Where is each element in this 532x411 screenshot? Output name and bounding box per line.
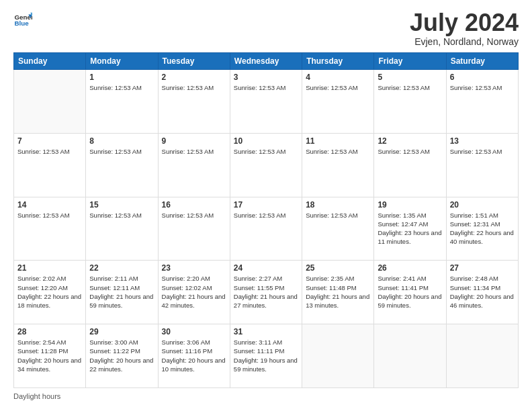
day-info: Sunrise: 2:54 AM Sunset: 11:28 PM Daylig… (17, 338, 82, 373)
day-number: 3 (234, 73, 298, 82)
table-row: 4Sunrise: 12:53 AM (302, 70, 374, 134)
day-info: Sunrise: 12:53 AM (378, 83, 442, 92)
day-number: 1 (89, 73, 154, 82)
day-info: Sunrise: 12:53 AM (162, 83, 226, 92)
day-number: 18 (306, 200, 370, 210)
day-number: 4 (306, 73, 370, 82)
header-saturday: Saturday (446, 53, 518, 70)
table-row: 6Sunrise: 12:53 AM (446, 70, 518, 134)
day-info: Sunrise: 12:53 AM (306, 147, 370, 156)
day-number: 15 (89, 200, 154, 210)
table-row: 13Sunrise: 12:53 AM (446, 133, 518, 197)
day-number: 8 (89, 136, 154, 146)
table-row: 21Sunrise: 2:02 AM Sunset: 12:20 AM Dayl… (14, 261, 86, 324)
table-row (446, 324, 518, 388)
day-number: 10 (234, 136, 298, 146)
day-number: 5 (378, 73, 442, 82)
day-info: Sunrise: 12:53 AM (89, 147, 154, 156)
day-info: Sunrise: 12:53 AM (17, 147, 82, 156)
day-number: 25 (306, 263, 370, 273)
table-row: 24Sunrise: 2:27 AM Sunset: 11:55 PM Dayl… (230, 261, 302, 324)
day-info: Sunrise: 12:53 AM (89, 83, 154, 92)
header-friday: Friday (374, 53, 446, 70)
table-row (14, 70, 86, 134)
week-row-5: 28Sunrise: 2:54 AM Sunset: 11:28 PM Dayl… (14, 324, 519, 388)
day-info: Sunrise: 12:53 AM (234, 83, 298, 92)
table-row: 31Sunrise: 3:11 AM Sunset: 11:11 PM Dayl… (230, 324, 302, 388)
day-number: 14 (17, 200, 82, 210)
header-wednesday: Wednesday (230, 53, 302, 70)
day-info: Sunrise: 12:53 AM (234, 211, 298, 220)
table-row (374, 324, 446, 388)
day-info: Sunrise: 2:11 AM Sunset: 12:11 AM Daylig… (89, 274, 154, 310)
table-row: 1Sunrise: 12:53 AM (86, 70, 158, 134)
table-row: 30Sunrise: 3:06 AM Sunset: 11:16 PM Dayl… (158, 324, 230, 388)
day-number: 27 (450, 263, 515, 273)
header-sunday: Sunday (14, 53, 86, 70)
table-row: 29Sunrise: 3:00 AM Sunset: 11:22 PM Dayl… (86, 324, 158, 388)
table-row: 7Sunrise: 12:53 AM (14, 133, 86, 197)
day-number: 26 (378, 263, 442, 273)
svg-text:Blue: Blue (14, 19, 29, 27)
day-info: Sunrise: 12:53 AM (162, 147, 226, 156)
day-number: 21 (17, 263, 82, 273)
day-number: 24 (234, 263, 298, 273)
table-row: 20Sunrise: 1:51 AM Sunset: 12:31 AM Dayl… (446, 197, 518, 261)
month-title: July 2024 (410, 11, 519, 35)
day-number: 31 (234, 327, 298, 336)
footer-text: Daylight hours (13, 392, 60, 400)
day-info: Sunrise: 12:53 AM (17, 211, 82, 220)
week-row-4: 21Sunrise: 2:02 AM Sunset: 12:20 AM Dayl… (14, 261, 519, 324)
day-info: Sunrise: 3:00 AM Sunset: 11:22 PM Daylig… (89, 338, 154, 373)
day-number: 12 (378, 136, 442, 146)
table-row: 8Sunrise: 12:53 AM (86, 133, 158, 197)
day-number: 9 (162, 136, 226, 146)
day-info: Sunrise: 3:11 AM Sunset: 11:11 PM Daylig… (234, 338, 298, 373)
day-info: Sunrise: 12:53 AM (450, 83, 515, 92)
header: General Blue July 2024 Evjen, Nordland, … (13, 11, 519, 47)
day-number: 13 (450, 136, 515, 146)
day-info: Sunrise: 3:06 AM Sunset: 11:16 PM Daylig… (162, 338, 226, 373)
logo-icon: General Blue (13, 11, 32, 30)
table-row: 14Sunrise: 12:53 AM (14, 197, 86, 261)
day-info: Sunrise: 2:27 AM Sunset: 11:55 PM Daylig… (234, 274, 298, 310)
header-monday: Monday (86, 53, 158, 70)
table-row: 15Sunrise: 12:53 AM (86, 197, 158, 261)
header-thursday: Thursday (302, 53, 374, 70)
table-row: 17Sunrise: 12:53 AM (230, 197, 302, 261)
week-row-2: 7Sunrise: 12:53 AM8Sunrise: 12:53 AM9Sun… (14, 133, 519, 197)
logo: General Blue (13, 11, 32, 30)
footer: Daylight hours (13, 392, 519, 400)
day-number: 19 (378, 200, 442, 210)
day-info: Sunrise: 12:53 AM (378, 147, 442, 156)
table-row: 9Sunrise: 12:53 AM (158, 133, 230, 197)
table-row (302, 324, 374, 388)
day-number: 16 (162, 200, 226, 210)
table-row: 2Sunrise: 12:53 AM (158, 70, 230, 134)
table-row: 28Sunrise: 2:54 AM Sunset: 11:28 PM Dayl… (14, 324, 86, 388)
calendar-table: Sunday Monday Tuesday Wednesday Thursday… (13, 52, 519, 388)
day-number: 30 (162, 327, 226, 336)
day-number: 7 (17, 136, 82, 146)
day-info: Sunrise: 12:53 AM (306, 83, 370, 92)
table-row: 23Sunrise: 2:20 AM Sunset: 12:02 AM Dayl… (158, 261, 230, 324)
day-info: Sunrise: 1:35 AM Sunset: 12:47 AM Daylig… (378, 211, 442, 246)
day-info: Sunrise: 12:53 AM (450, 147, 515, 156)
day-number: 6 (450, 73, 515, 82)
table-row: 19Sunrise: 1:35 AM Sunset: 12:47 AM Dayl… (374, 197, 446, 261)
day-number: 22 (89, 263, 154, 273)
table-row: 22Sunrise: 2:11 AM Sunset: 12:11 AM Dayl… (86, 261, 158, 324)
day-info: Sunrise: 2:02 AM Sunset: 12:20 AM Daylig… (17, 274, 82, 310)
day-number: 2 (162, 73, 226, 82)
day-info: Sunrise: 2:48 AM Sunset: 11:34 PM Daylig… (450, 274, 515, 310)
day-info: Sunrise: 12:53 AM (89, 211, 154, 220)
day-number: 17 (234, 200, 298, 210)
day-info: Sunrise: 1:51 AM Sunset: 12:31 AM Daylig… (450, 211, 515, 246)
week-row-1: 1Sunrise: 12:53 AM2Sunrise: 12:53 AM3Sun… (14, 70, 519, 134)
table-row: 10Sunrise: 12:53 AM (230, 133, 302, 197)
day-info: Sunrise: 2:35 AM Sunset: 11:48 PM Daylig… (306, 274, 370, 310)
day-info: Sunrise: 12:53 AM (162, 211, 226, 220)
table-row: 16Sunrise: 12:53 AM (158, 197, 230, 261)
day-info: Sunrise: 2:41 AM Sunset: 11:41 PM Daylig… (378, 274, 442, 310)
table-row: 26Sunrise: 2:41 AM Sunset: 11:41 PM Dayl… (374, 261, 446, 324)
